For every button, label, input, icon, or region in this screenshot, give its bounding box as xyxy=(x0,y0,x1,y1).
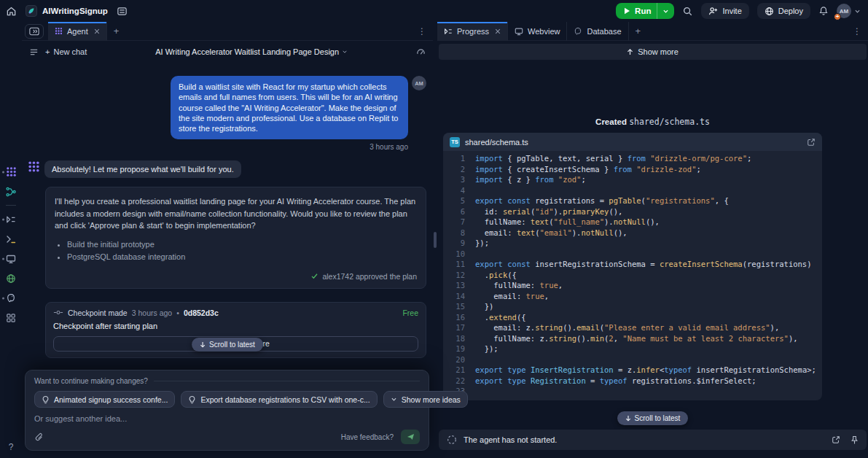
scroll-to-latest-button[interactable]: Scroll to latest xyxy=(617,411,689,425)
pin-status-button[interactable] xyxy=(851,435,859,445)
grid-icon xyxy=(6,313,16,323)
suggestion-chip[interactable]: Animated signup success confe... xyxy=(34,391,175,408)
chat-body: Build a waitlist site with React for my … xyxy=(22,63,433,458)
workflows-icon xyxy=(6,187,16,197)
arrow-down-icon xyxy=(200,341,206,348)
dock-item-progress[interactable] xyxy=(0,209,22,229)
new-chat-button[interactable]: + New chat xyxy=(45,47,87,56)
list-icon xyxy=(29,47,39,57)
deployments-globe-icon xyxy=(6,273,16,284)
tab-webview[interactable]: Webview xyxy=(508,22,567,41)
show-more-button[interactable]: Show more xyxy=(439,44,867,60)
search-button[interactable] xyxy=(682,6,693,17)
tabstrip-menu-button[interactable]: ⋮ xyxy=(411,26,433,36)
chevron-down-icon xyxy=(662,8,669,15)
code-line: 9}); xyxy=(443,238,822,249)
tab-agent[interactable]: Agent xyxy=(48,22,107,41)
plan-body: I'll help you create a professional wait… xyxy=(55,195,417,232)
agent-status-text: The agent has not started. xyxy=(464,435,825,444)
attach-file-button[interactable] xyxy=(34,432,44,442)
workspace-layout-button[interactable] xyxy=(117,6,128,17)
code-line: 17 email: z.string().email("Please enter… xyxy=(443,322,822,333)
open-indicator-dot xyxy=(2,297,4,299)
code-line: 8 email: text("email").notNull(), xyxy=(443,228,822,238)
plan-bullet: PostgreSQL database integration xyxy=(67,251,417,263)
invite-button[interactable]: Invite xyxy=(701,3,748,19)
new-tab-button[interactable]: + xyxy=(107,26,126,36)
composer: Want to continue making changes? Animate… xyxy=(25,370,429,451)
code-lines[interactable]: 1import { pgTable, text, serial } from "… xyxy=(443,151,822,400)
sidebar-expand-icon xyxy=(29,27,39,36)
code-line: 22export type Registration = typeof regi… xyxy=(443,376,822,387)
tab-database[interactable]: Database xyxy=(567,22,628,41)
dock-item-agent[interactable] xyxy=(0,162,22,182)
run-options-button[interactable] xyxy=(657,3,674,19)
deploy-button[interactable]: Deploy xyxy=(757,3,810,19)
commit-icon xyxy=(53,309,63,316)
notifications-button[interactable] xyxy=(818,6,829,16)
code-snippet-card: TS shared/schema.ts 1import { pgTable, t… xyxy=(443,133,822,400)
scroll-to-latest-button[interactable]: Scroll to latest xyxy=(192,338,263,352)
pending-spinner-icon xyxy=(447,435,457,445)
message-input[interactable]: Or suggest another idea... xyxy=(34,414,420,423)
agent-icon xyxy=(55,27,63,35)
project-name: AIWritingSignup xyxy=(42,7,108,15)
arrow-down-icon xyxy=(625,415,631,422)
dock-item-all-tools[interactable] xyxy=(0,308,22,327)
dock-item-shell[interactable] xyxy=(0,229,22,249)
close-tab-icon[interactable] xyxy=(94,28,100,34)
composer-toolbar: Have feedback? xyxy=(34,430,420,444)
code-line: 1import { pgTable, text, serial } from "… xyxy=(443,153,822,164)
close-tab-icon[interactable] xyxy=(495,28,501,34)
home-button[interactable] xyxy=(6,6,17,17)
agent-avatar-icon xyxy=(28,160,40,173)
postgresql-icon xyxy=(574,27,582,36)
plan-approval-status: alex1742 approved the plan xyxy=(55,272,417,281)
check-icon xyxy=(310,272,318,280)
feedback-link[interactable]: Have feedback? xyxy=(341,433,394,441)
paperclip-icon xyxy=(34,432,44,442)
dock-item-webview[interactable] xyxy=(0,249,22,268)
expand-status-button[interactable] xyxy=(832,435,840,444)
dock-divider xyxy=(6,205,16,206)
arrow-up-icon xyxy=(627,48,633,55)
new-tab-button[interactable]: + xyxy=(629,26,648,36)
plan-card: I'll help you create a professional wait… xyxy=(45,187,426,289)
dock-item-postgresql[interactable] xyxy=(0,288,22,308)
usage-meter-button[interactable] xyxy=(416,47,426,57)
tabstrip-menu-button[interactable]: ⋮ xyxy=(846,26,868,36)
deploy-label: Deploy xyxy=(778,7,803,15)
layout-rows-icon xyxy=(117,6,128,17)
webview-monitor-icon xyxy=(6,254,16,264)
send-button[interactable] xyxy=(401,430,420,444)
chat-list-button[interactable] xyxy=(29,47,39,57)
code-line: 16 .extend({ xyxy=(443,312,822,323)
dock-item-deployments[interactable] xyxy=(0,268,22,288)
open-file-button[interactable] xyxy=(807,138,816,147)
checkpoint-separator: • xyxy=(176,308,179,317)
account-menu[interactable]: AM + xyxy=(837,4,861,18)
open-indicator-dot xyxy=(2,171,4,173)
open-indicator-dot xyxy=(2,257,4,260)
project-icon xyxy=(26,5,37,17)
suggestion-chip[interactable]: Export database registrations to CSV wit… xyxy=(181,391,377,408)
project-switcher[interactable]: AIWritingSignup xyxy=(26,5,108,17)
resize-handle[interactable] xyxy=(434,232,437,248)
code-line: 19 }); xyxy=(443,344,822,354)
message-timestamp: 3 hours ago xyxy=(22,143,433,151)
run-button[interactable]: Run xyxy=(616,3,674,19)
agent-panel: Agent + ⋮ + New chat AI Writing Accelera… xyxy=(22,22,433,458)
dock-item-workflows[interactable] xyxy=(0,182,22,201)
composer-heading-row: Want to continue making changes? xyxy=(34,377,420,385)
file-tree-toggle[interactable] xyxy=(25,24,44,39)
chat-title-dropdown[interactable]: AI Writing Accelerator Waitlist Landing … xyxy=(93,47,410,56)
usage-meter-icon xyxy=(416,47,426,57)
open-external-icon xyxy=(807,138,816,147)
chat-header: + New chat AI Writing Accelerator Waitli… xyxy=(22,41,433,63)
code-line: 21export type InsertRegistration = z.inf… xyxy=(443,365,822,376)
tab-progress[interactable]: Progress xyxy=(437,22,508,41)
show-more-ideas-button[interactable]: Show more ideas xyxy=(383,391,468,408)
agent-tabstrip: Agent + ⋮ xyxy=(22,22,433,41)
suggestion-chips: Animated signup success confe... Export … xyxy=(34,391,420,408)
help-button[interactable]: ? xyxy=(9,442,14,452)
